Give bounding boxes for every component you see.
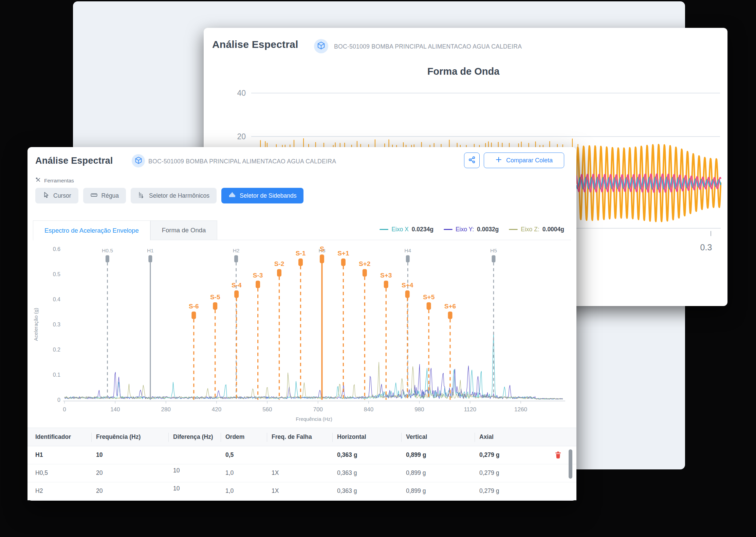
svg-text:H3: H3 [318, 248, 325, 253]
svg-text:S-5: S-5 [210, 293, 220, 301]
cell-6: 0,899 g [406, 487, 426, 495]
svg-text:1260: 1260 [514, 406, 527, 413]
tool-cursor-button[interactable]: Cursor [35, 188, 78, 203]
col-frequencia: Frequência (Hz) [96, 433, 141, 441]
table-body: H1100,50,363 g0,899 g0,279 gH0,520101,01… [27, 446, 576, 500]
col-vertical: Vertical [406, 433, 427, 441]
svg-text:S-6: S-6 [189, 303, 199, 310]
svg-text:0.5: 0.5 [53, 271, 60, 277]
legend-item-eixo-y[interactable]: Eixo Y: 0.0032g [444, 226, 499, 233]
delete-marker-button[interactable] [554, 451, 563, 460]
foreground-asset-tag: BOC-501009 BOMBA PRINCIPAL ALIMENTACAO A… [148, 158, 336, 165]
svg-text:S+5: S+5 [423, 293, 435, 301]
svg-text:S-1: S-1 [296, 250, 306, 257]
svg-text:700: 700 [313, 406, 322, 413]
tools-section-label: Ferramentas [35, 177, 74, 184]
cell-0: H0,5 [35, 469, 48, 477]
sideband-marker-sm6[interactable]: S-6 [189, 303, 199, 400]
trash-icon [554, 451, 562, 459]
svg-text:840: 840 [364, 406, 373, 413]
sideband-marker-sm5[interactable]: S-5 [210, 293, 220, 400]
legend-dash-icon [380, 229, 388, 230]
sideband-marker-center[interactable]: S [320, 245, 324, 400]
legend-value: 0.0004g [542, 226, 564, 233]
svg-text:Aceleração (g): Aceleração (g) [33, 308, 39, 341]
svg-text:0.3: 0.3 [53, 322, 60, 327]
table-row-h2[interactable]: H220101,01X0,363 g0,899 g0,279 g [27, 482, 576, 500]
sideband-marker-sp5[interactable]: S+5 [423, 293, 435, 400]
svg-text:H0.5: H0.5 [102, 248, 113, 253]
harmonic-marker-h4[interactable]: H4 [404, 248, 411, 400]
sideband-marker-sp3[interactable]: S+3 [380, 272, 392, 400]
svg-text:0.1: 0.1 [53, 372, 60, 378]
tool-sidebands-button[interactable]: Seletor de Sidebands [221, 188, 303, 203]
share-button[interactable] [464, 153, 480, 168]
cell-1: 10 [96, 451, 103, 459]
cell-5: 0,363 g [337, 469, 357, 477]
legend-label: Eixo Z: [521, 226, 539, 233]
harmonic-marker-h2[interactable]: H2 [233, 248, 240, 400]
tab-espectro-aceleracao-envelope[interactable]: Espectro de Aceleração Envelope [33, 220, 150, 240]
tool-harmonics-label: Seletor de Harmônicos [149, 192, 209, 199]
cube-icon [134, 156, 143, 166]
svg-text:980: 980 [414, 406, 424, 413]
toolbar: Cursor Régua Seletor de Harmônicos [35, 188, 303, 203]
tool-harmonics-button[interactable]: Seletor de Harmônicos [131, 188, 217, 203]
svg-text:0.2: 0.2 [53, 347, 60, 353]
col-identificador: Identificador [35, 433, 71, 441]
sideband-marker-sp2[interactable]: S+2 [359, 260, 370, 400]
compare-collection-button[interactable]: Comparar Coleta [484, 153, 564, 168]
harmonic-marker-h0_5[interactable]: H0.5 [102, 248, 113, 400]
legend-value: 0.0234g [412, 226, 434, 233]
sideband-marker-sp1[interactable]: S+1 [337, 250, 349, 400]
harmonic-marker-h5[interactable]: H5 [490, 248, 497, 400]
tool-sidebands-label: Seletor de Sidebands [240, 192, 296, 199]
harmonic-marker-h1[interactable]: H1 [147, 248, 154, 400]
cell-7: 0,279 g [479, 487, 499, 495]
sideband-marker-sm1[interactable]: S-1 [296, 250, 306, 400]
svg-text:S+6: S+6 [444, 303, 456, 310]
cell-1: 20 [96, 487, 103, 495]
cell-2: 10 [173, 467, 180, 474]
col-horizontal: Horizontal [337, 433, 366, 441]
cell-6: 0,899 g [406, 451, 426, 459]
cell-6: 0,899 g [406, 469, 426, 477]
sideband-marker-sp6[interactable]: S+6 [444, 303, 456, 400]
asset-badge [132, 154, 145, 167]
svg-text:0.3: 0.3 [700, 243, 712, 252]
tools-label: Ferramentas [44, 178, 74, 184]
cell-0: H1 [35, 451, 43, 459]
cube-icon [317, 41, 326, 51]
pink-wave [576, 174, 721, 192]
tab-forma-de-onda[interactable]: Forma de Onda [150, 220, 218, 240]
table-row-h1[interactable]: H1100,50,363 g0,899 g0,279 g [27, 446, 576, 464]
table-scrollbar[interactable] [569, 449, 572, 479]
sideband-marker-sm2[interactable]: S-2 [274, 260, 284, 400]
legend-item-eixo-x[interactable]: Eixo X 0.0234g [380, 226, 434, 233]
compare-collection-label: Comparar Coleta [506, 157, 553, 164]
svg-text:S-4: S-4 [232, 282, 242, 289]
harmonic-marker-h3[interactable]: H3 [318, 248, 325, 400]
table-row-h0_5[interactable]: H0,520101,01X0,363 g0,899 g0,279 g [27, 464, 576, 482]
background-card-title: Análise Espectral [212, 39, 298, 50]
legend-value: 0.0032g [477, 226, 499, 233]
col-diferenca: Diferença (Hz) [173, 433, 213, 441]
tool-ruler-button[interactable]: Régua [83, 188, 126, 203]
sideband-marker-sp4[interactable]: S+4 [402, 282, 413, 400]
sidebands-icon [228, 191, 236, 200]
tool-ruler-label: Régua [102, 192, 119, 199]
sideband-marker-sm3[interactable]: S-3 [253, 272, 263, 400]
cell-3: 0,5 [225, 451, 234, 459]
cell-4: 1X [272, 469, 279, 477]
tabs: Espectro de Aceleração Envelope Forma de… [33, 220, 217, 240]
legend-item-eixo-z[interactable]: Eixo Z: 0.0004g [509, 226, 564, 233]
col-ordem: Ordem [225, 433, 244, 441]
svg-text:S+4: S+4 [402, 282, 413, 289]
svg-text:S-2: S-2 [274, 260, 284, 267]
svg-text:280: 280 [161, 406, 170, 413]
blue-wave [576, 177, 721, 189]
sideband-marker-sm4[interactable]: S-4 [232, 282, 242, 400]
svg-text:40: 40 [237, 89, 246, 97]
svg-text:0.4: 0.4 [53, 297, 60, 302]
plus-icon [495, 156, 502, 165]
